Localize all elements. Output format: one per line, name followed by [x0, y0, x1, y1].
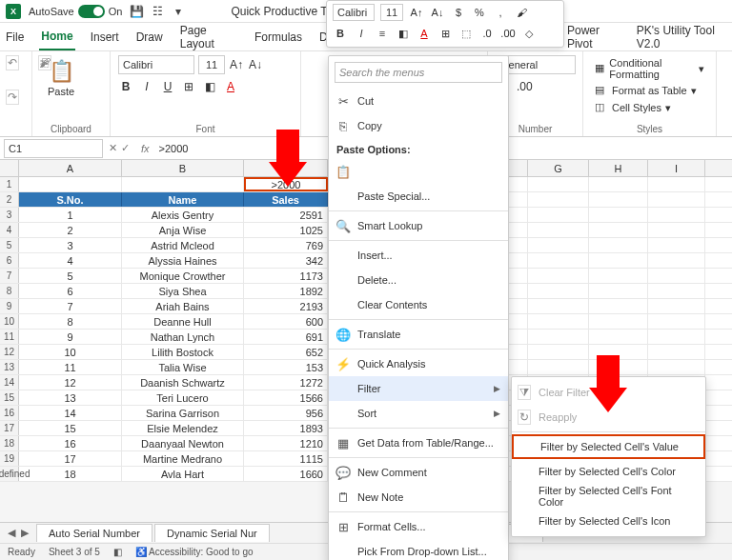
- name-box[interactable]: C1: [4, 139, 103, 158]
- cell[interactable]: 769: [244, 238, 328, 252]
- format-as-table-button[interactable]: ▤Format as Table ▾: [591, 82, 708, 99]
- cell[interactable]: Nathan Lynch: [122, 330, 244, 344]
- cell[interactable]: 342: [244, 253, 328, 268]
- cm-smart-lookup[interactable]: 🔍Smart Lookup: [329, 213, 508, 238]
- bold-btn[interactable]: B: [118, 80, 133, 93]
- sm-filter-by-icon[interactable]: Filter by Selected Cell's Icon: [512, 509, 705, 533]
- row-header[interactable]: 6: [0, 253, 19, 268]
- row-header[interactable]: 19: [0, 451, 19, 466]
- font-color-icon[interactable]: A: [417, 28, 432, 39]
- cell[interactable]: 1115: [244, 451, 328, 466]
- cell[interactable]: 1272: [244, 375, 328, 390]
- col-header-B[interactable]: B: [122, 160, 244, 176]
- cell[interactable]: [528, 345, 589, 359]
- cell[interactable]: Ariah Bains: [122, 299, 244, 313]
- cell[interactable]: [589, 238, 648, 252]
- sheet-tab-dynamic-serial[interactable]: Dynamic Serial Nur: [154, 524, 270, 542]
- cell[interactable]: [648, 330, 705, 344]
- cell[interactable]: [589, 269, 648, 283]
- format-painter-icon[interactable]: 🖌: [514, 7, 529, 18]
- italic-btn[interactable]: I: [139, 80, 154, 93]
- cm-sort[interactable]: Sort▶: [329, 401, 508, 426]
- cell[interactable]: 14: [19, 406, 122, 420]
- sm-filter-by-font[interactable]: Filter by Selected Cell's Font Color: [512, 484, 705, 509]
- col-header-I[interactable]: I: [648, 160, 705, 176]
- cell[interactable]: [589, 192, 648, 207]
- decrease-font-icon[interactable]: A↓: [430, 7, 445, 18]
- sheet-tab-auto-serial[interactable]: Auto Serial Number: [36, 524, 152, 542]
- italic-icon[interactable]: I: [354, 28, 369, 39]
- sheet-next-icon[interactable]: ▶: [21, 527, 29, 539]
- cell[interactable]: [648, 269, 705, 283]
- sheet-prev-icon[interactable]: ◀: [8, 527, 15, 539]
- cell[interactable]: 15: [19, 421, 122, 435]
- autosave-control[interactable]: AutoSave On: [29, 5, 122, 18]
- cm-insert[interactable]: Insert...: [329, 243, 508, 268]
- cell[interactable]: 13: [19, 390, 122, 405]
- border-btn[interactable]: ⊞: [181, 80, 196, 93]
- sm-filter-by-value[interactable]: Filter by Selected Cell's Value: [512, 434, 705, 459]
- cell[interactable]: 4: [19, 253, 122, 268]
- cell[interactable]: [589, 330, 648, 344]
- cell[interactable]: [648, 314, 705, 329]
- cell[interactable]: Alexis Gentry: [122, 208, 244, 222]
- row-header[interactable]: 18: [0, 436, 19, 450]
- cell[interactable]: 1660: [244, 467, 328, 481]
- row-header[interactable]: 11: [0, 330, 19, 344]
- cell[interactable]: [528, 223, 589, 237]
- fx-label[interactable]: fx: [141, 143, 150, 154]
- cell[interactable]: 1566: [244, 390, 328, 405]
- cancel-entry-icon[interactable]: ✕: [109, 142, 117, 154]
- grow-font-icon[interactable]: A↑: [229, 58, 244, 71]
- table-header[interactable]: Sales: [244, 192, 328, 207]
- cell[interactable]: [528, 253, 589, 268]
- cell[interactable]: [528, 284, 589, 298]
- conditional-formatting-button[interactable]: ▦Conditional Formatting ▾: [591, 55, 708, 82]
- bold-icon[interactable]: B: [333, 28, 348, 39]
- cell[interactable]: [648, 238, 705, 252]
- cell[interactable]: [648, 253, 705, 268]
- cell[interactable]: 2193: [244, 299, 328, 313]
- cell[interactable]: [589, 284, 648, 298]
- fill-color-icon[interactable]: ◧: [396, 28, 411, 40]
- fill-color-btn[interactable]: ◧: [202, 80, 217, 93]
- cm-copy[interactable]: ⎘Copy: [329, 113, 508, 138]
- cell[interactable]: Astrid Mcleod: [122, 238, 244, 252]
- cell[interactable]: 2591: [244, 208, 328, 222]
- col-header-A[interactable]: A: [19, 160, 122, 176]
- cell[interactable]: 16: [19, 436, 122, 450]
- cell[interactable]: [528, 238, 589, 252]
- cell[interactable]: [19, 177, 122, 191]
- cell[interactable]: 17: [19, 451, 122, 466]
- percent-icon[interactable]: %: [472, 7, 487, 18]
- align-icon[interactable]: ≡: [375, 28, 390, 39]
- clear-fmt-icon[interactable]: ◇: [521, 28, 537, 40]
- cell[interactable]: [528, 330, 589, 344]
- tab-file[interactable]: File: [4, 25, 26, 50]
- row-header[interactable]: 3: [0, 208, 19, 222]
- cell[interactable]: [648, 299, 705, 313]
- cell[interactable]: 5: [19, 269, 122, 283]
- cell[interactable]: 3: [19, 238, 122, 252]
- cell[interactable]: 1210: [244, 436, 328, 450]
- table-header[interactable]: S.No.: [19, 192, 122, 207]
- cell[interactable]: [648, 345, 705, 359]
- underline-btn[interactable]: U: [160, 80, 175, 93]
- inc-decimal-icon[interactable]: .00: [517, 80, 532, 93]
- cell[interactable]: Daanish Schwartz: [122, 375, 244, 390]
- row-header[interactable]: 9: [0, 299, 19, 313]
- row-header[interactable]: 4: [0, 223, 19, 237]
- font-size-select[interactable]: 11: [198, 55, 225, 74]
- cell[interactable]: Elsie Melendez: [122, 421, 244, 435]
- cell[interactable]: 9: [19, 330, 122, 344]
- cell[interactable]: [528, 269, 589, 283]
- cell[interactable]: Siya Shea: [122, 284, 244, 298]
- cell[interactable]: 7: [19, 299, 122, 313]
- cell[interactable]: Deanne Hull: [122, 314, 244, 329]
- tab-formulas[interactable]: Formulas: [253, 25, 304, 50]
- format-painter-icon2[interactable]: 🖌: [38, 55, 51, 70]
- cm-translate[interactable]: 🌐Translate: [329, 322, 508, 347]
- cell[interactable]: 6: [19, 284, 122, 298]
- cell[interactable]: [528, 314, 589, 329]
- cell[interactable]: Lilith Bostock: [122, 345, 244, 359]
